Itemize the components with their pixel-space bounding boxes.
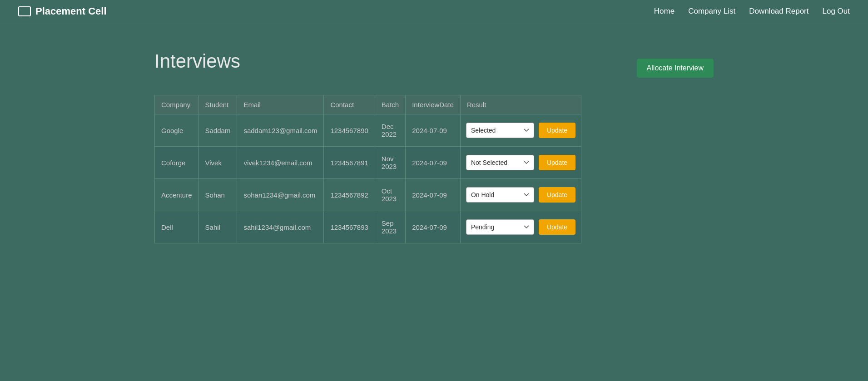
col-email: Email: [237, 95, 324, 114]
table-row: DellSahilsahil1234@gmail.com1234567893Se…: [155, 211, 581, 243]
table-body: GoogleSaddamsaddam123@gmail.com123456789…: [155, 114, 581, 243]
cell-student: Sahil: [198, 211, 237, 243]
cell-interview-date: 2024-07-09: [406, 147, 461, 179]
cell-interview-date: 2024-07-09: [406, 179, 461, 211]
nav-download-report[interactable]: Download Report: [749, 7, 808, 15]
update-button[interactable]: Update: [539, 187, 575, 203]
col-company: Company: [155, 95, 199, 114]
update-button[interactable]: Update: [539, 123, 575, 138]
cell-contact: 1234567892: [324, 179, 375, 211]
cell-company: Coforge: [155, 147, 199, 179]
cell-result: SelectedNot SelectedOn HoldPendingUpdate: [460, 211, 581, 243]
monitor-icon: [18, 6, 31, 16]
cell-batch: Sep 2023: [375, 211, 405, 243]
table-row: GoogleSaddamsaddam123@gmail.com123456789…: [155, 114, 581, 147]
result-select[interactable]: SelectedNot SelectedOn HoldPending: [466, 187, 534, 203]
cell-student: Vivek: [198, 147, 237, 179]
cell-contact: 1234567890: [324, 114, 375, 147]
nav-company-list[interactable]: Company List: [688, 7, 735, 15]
cell-company: Dell: [155, 211, 199, 243]
result-select[interactable]: SelectedNot SelectedOn HoldPending: [466, 155, 534, 170]
nav-log-out[interactable]: Log Out: [823, 7, 850, 15]
update-button[interactable]: Update: [539, 155, 575, 170]
cell-result: SelectedNot SelectedOn HoldPendingUpdate: [460, 147, 581, 179]
col-result: Result: [460, 95, 581, 114]
cell-student: Saddam: [198, 114, 237, 147]
main-content: Interviews Allocate Interview Company St…: [0, 23, 868, 271]
allocate-interview-button[interactable]: Allocate Interview: [637, 59, 714, 78]
col-student: Student: [198, 95, 237, 114]
page-title: Interviews: [154, 50, 240, 72]
result-select[interactable]: SelectedNot SelectedOn HoldPending: [466, 219, 534, 235]
brand-name: Placement Cell: [35, 5, 107, 17]
cell-email: sahil1234@gmail.com: [237, 211, 324, 243]
table-header: Company Student Email Contact Batch Inte…: [155, 95, 581, 114]
cell-company: Google: [155, 114, 199, 147]
nav-home[interactable]: Home: [654, 7, 675, 15]
table-row: AccentureSohansohan1234@gmail.com1234567…: [155, 179, 581, 211]
table-row: CoforgeVivekvivek1234@email.com123456789…: [155, 147, 581, 179]
cell-batch: Nov 2023: [375, 147, 405, 179]
cell-interview-date: 2024-07-09: [406, 114, 461, 147]
cell-contact: 1234567891: [324, 147, 375, 179]
title-row: Interviews Allocate Interview: [154, 50, 714, 86]
cell-batch: Dec 2022: [375, 114, 405, 147]
cell-interview-date: 2024-07-09: [406, 211, 461, 243]
header-row: Company Student Email Contact Batch Inte…: [155, 95, 581, 114]
navbar: Placement Cell Home Company List Downloa…: [0, 0, 868, 23]
col-interview-date: InterviewDate: [406, 95, 461, 114]
cell-contact: 1234567893: [324, 211, 375, 243]
cell-email: vivek1234@email.com: [237, 147, 324, 179]
brand: Placement Cell: [18, 5, 107, 17]
cell-email: saddam123@gmail.com: [237, 114, 324, 147]
update-button[interactable]: Update: [539, 219, 575, 235]
col-batch: Batch: [375, 95, 405, 114]
interviews-table: Company Student Email Contact Batch Inte…: [154, 95, 581, 243]
cell-batch: Oct 2023: [375, 179, 405, 211]
nav-links: Home Company List Download Report Log Ou…: [654, 7, 850, 16]
cell-email: sohan1234@gmail.com: [237, 179, 324, 211]
result-select[interactable]: SelectedNot SelectedOn HoldPending: [466, 123, 534, 138]
cell-result: SelectedNot SelectedOn HoldPendingUpdate: [460, 114, 581, 147]
cell-company: Accenture: [155, 179, 199, 211]
cell-student: Sohan: [198, 179, 237, 211]
col-contact: Contact: [324, 95, 375, 114]
cell-result: SelectedNot SelectedOn HoldPendingUpdate: [460, 179, 581, 211]
